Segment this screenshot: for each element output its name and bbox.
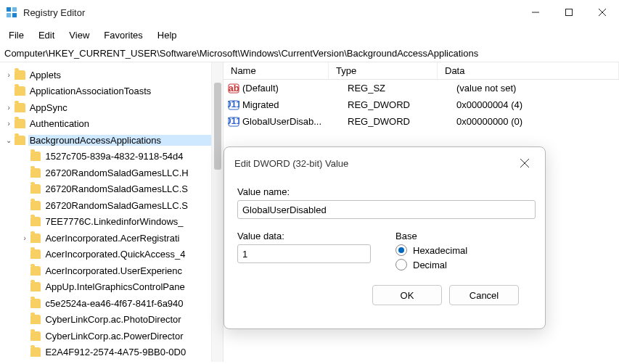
col-header-type[interactable]: Type [329, 62, 438, 79]
folder-icon [30, 249, 41, 259]
radio-dec[interactable]: Decimal [395, 259, 467, 270]
tree-item[interactable]: ApplicationAssociationToasts [0, 83, 223, 100]
menu-help[interactable]: Help [150, 27, 184, 44]
tree-item[interactable]: 7EE7776C.LinkedinforWindows_ [0, 214, 223, 231]
tree-item[interactable]: 26720RandomSaladGamesLLC.H [0, 165, 223, 181]
tree-item-label: BackgroundAccessApplications [28, 135, 223, 146]
tree-item-label: AcerIncorporated.QuickAccess_4 [44, 249, 223, 260]
svg-rect-2 [7, 13, 11, 17]
tree-item-label: AppUp.IntelGraphicsControlPane [44, 281, 223, 292]
folder-icon [30, 266, 41, 276]
cancel-button-label: Cancel [470, 290, 499, 301]
dialog-title: Edit DWORD (32-bit) Value [234, 158, 348, 169]
maximize-button[interactable] [552, 0, 586, 25]
folder-icon [30, 315, 41, 324]
tree-item[interactable]: AcerIncorporated.QuickAccess_4 [0, 247, 223, 263]
tree-item[interactable]: AppUp.IntelGraphicsControlPane [0, 279, 223, 296]
window-title: Registry Editor [23, 7, 519, 18]
cell-name: Migrated [242, 99, 348, 110]
menu-view[interactable]: View [62, 27, 97, 44]
addressbar[interactable]: Computer\HKEY_CURRENT_USER\Software\Micr… [0, 45, 619, 62]
svg-rect-3 [12, 13, 17, 17]
ok-button-label: OK [401, 290, 414, 301]
svg-text:ab: ab [228, 83, 239, 94]
menu-edit[interactable]: Edit [31, 27, 62, 44]
folder-icon [15, 86, 25, 96]
folder-icon [15, 119, 25, 128]
svg-rect-1 [12, 7, 17, 12]
tree-item[interactable]: ›AppSync [0, 99, 223, 116]
value-name-field[interactable] [237, 200, 536, 219]
tree-item-label: AppSync [28, 102, 223, 113]
tree-item[interactable]: E2A4F912-2574-4A75-9BB0-0D0 [0, 344, 223, 361]
close-button[interactable] [586, 0, 619, 25]
reg-dword-icon: 011 [228, 99, 239, 111]
list-row[interactable]: 011MigratedREG_DWORD0x00000004 (4) [224, 96, 619, 113]
tree-item-label: 26720RandomSaladGamesLLC.S [44, 200, 223, 211]
cell-type: REG_DWORD [348, 116, 456, 127]
tree-item-label: 7EE7776C.LinkedinforWindows_ [44, 216, 223, 227]
tree-item-label: CyberLinkCorp.ac.PhotoDirector [44, 314, 223, 325]
list-header: Name Type Data [224, 62, 619, 80]
menu-file[interactable]: File [1, 27, 31, 44]
tree-item-label: c5e2524a-ea46-4f67-841f-6a940 [44, 298, 223, 309]
tree-item[interactable]: 26720RandomSaladGamesLLC.S [0, 197, 223, 214]
folder-icon [15, 136, 25, 145]
svg-text:011: 011 [228, 99, 239, 109]
tree-item[interactable]: ›Authentication [0, 116, 223, 133]
chevron-down-icon[interactable]: ⌄ [4, 136, 13, 144]
tree-item-label: 1527c705-839a-4832-9118-54d4 [44, 151, 223, 162]
tree-item[interactable]: c5e2524a-ea46-4f67-841f-6a940 [0, 295, 223, 312]
col-header-name[interactable]: Name [224, 62, 329, 79]
value-name-label: Value name: [237, 186, 532, 197]
tree-item[interactable]: ›AcerIncorporated.AcerRegistrati [0, 230, 223, 247]
tree-pane: ›AppletsApplicationAssociationToasts›App… [0, 62, 224, 362]
tree-item[interactable]: ›Applets [0, 67, 223, 83]
scrollbar-thumb[interactable] [214, 83, 221, 170]
dialog-close-button[interactable] [515, 153, 535, 173]
folder-icon [30, 331, 41, 341]
col-header-data[interactable]: Data [438, 62, 619, 79]
reg-dword-icon: 011 [228, 116, 239, 128]
svg-text:011: 011 [228, 116, 239, 126]
folder-icon [30, 201, 41, 210]
folder-icon [30, 152, 41, 161]
tree-item[interactable]: CyberLinkCorp.ac.PowerDirector [0, 328, 223, 344]
cell-type: REG_SZ [348, 83, 456, 94]
tree-item[interactable]: 26720RandomSaladGamesLLC.S [0, 181, 223, 198]
radio-hex[interactable]: Hexadecimal [395, 244, 467, 256]
regedit-icon [6, 7, 17, 18]
folder-icon [30, 282, 41, 291]
dialog-titlebar: Edit DWORD (32-bit) Value [224, 147, 545, 179]
folder-icon [30, 347, 41, 357]
tree-scrollbar[interactable] [211, 62, 223, 362]
menu-favorites[interactable]: Favorites [97, 27, 149, 44]
tree-item-label: 26720RandomSaladGamesLLC.S [44, 183, 223, 194]
value-data-field[interactable] [237, 244, 371, 263]
tree-item-label: AcerIncorporated.AcerRegistrati [44, 233, 223, 244]
cell-data: 0x00000004 (4) [456, 99, 619, 110]
tree-item-label: Applets [28, 70, 223, 80]
tree-item[interactable]: CyberLinkCorp.ac.PhotoDirector [0, 312, 223, 328]
chevron-right-icon[interactable]: › [4, 104, 13, 112]
cancel-button[interactable]: Cancel [449, 285, 519, 305]
tree-item-label: E2A4F912-2574-4A75-9BB0-0D0 [44, 347, 223, 357]
ok-button[interactable]: OK [372, 285, 442, 305]
chevron-right-icon[interactable]: › [4, 71, 13, 79]
tree-item[interactable]: AcerIncorporated.UserExperienc [0, 262, 223, 279]
tree-item-label: ApplicationAssociationToasts [28, 86, 223, 96]
cell-data: 0x00000000 (0) [456, 116, 619, 127]
tree-item[interactable]: 1527c705-839a-4832-9118-54d4 [0, 149, 223, 165]
folder-icon [30, 217, 41, 226]
folder-icon [15, 70, 25, 80]
value-data-label: Value data: [237, 231, 371, 241]
chevron-right-icon[interactable]: › [4, 120, 13, 128]
list-row[interactable]: 011GlobalUserDisab...REG_DWORD0x00000000… [224, 113, 619, 130]
minimize-button[interactable] [519, 0, 552, 25]
chevron-right-icon[interactable]: › [20, 234, 29, 242]
list-row[interactable]: ab(Default)REG_SZ(value not set) [224, 80, 619, 96]
radio-dec-label: Decimal [413, 260, 447, 270]
base-label: Base [395, 231, 467, 241]
folder-icon [30, 168, 41, 178]
tree-item[interactable]: ⌄BackgroundAccessApplications [0, 132, 223, 149]
